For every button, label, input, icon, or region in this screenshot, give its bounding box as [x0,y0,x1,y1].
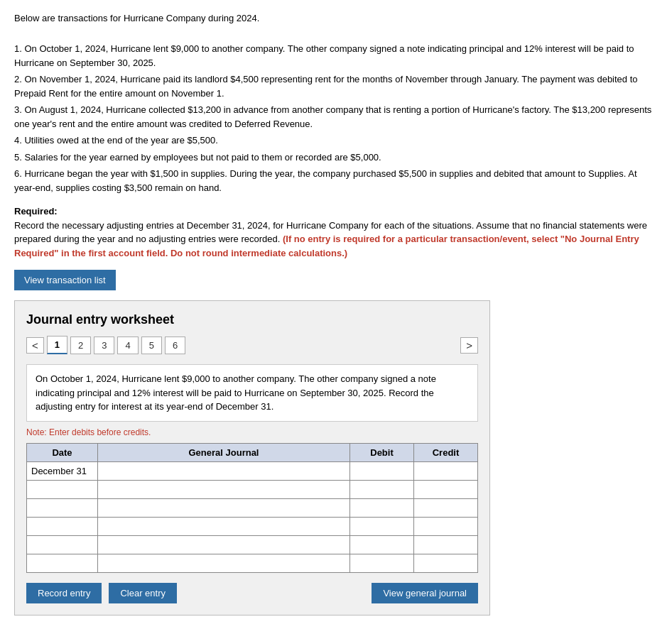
tab-2[interactable]: 2 [70,337,91,354]
action-buttons: Record entry Clear entry View general jo… [26,583,478,603]
intro-section: Below are transactions for Hurricane Com… [14,11,658,195]
intro-item-4: 4. Utilities owed at the end of the year… [14,133,658,148]
credit-input-6[interactable] [414,554,477,572]
credit-input-1[interactable] [414,462,477,480]
credit-cell-6[interactable] [414,554,478,572]
date-cell-2 [27,480,98,498]
credit-input-5[interactable] [414,536,477,554]
intro-header: Below are transactions for Hurricane Com… [14,11,658,26]
credit-cell-3[interactable] [414,498,478,517]
clear-entry-button[interactable]: Clear entry [109,583,177,603]
journal-cell-6[interactable] [98,554,350,572]
record-entry-button[interactable]: Record entry [26,583,102,603]
credit-cell-1[interactable] [414,461,478,480]
debit-input-2[interactable] [350,481,413,498]
table-row [27,554,478,572]
debit-cell-2[interactable] [350,480,414,498]
table-row [27,480,478,498]
journal-input-3[interactable] [98,499,349,517]
date-cell-1: December 31 [27,461,98,480]
journal-cell-3[interactable] [98,498,350,517]
journal-input-4[interactable] [98,518,349,535]
debit-cell-6[interactable] [350,554,414,572]
journal-input-1[interactable] [98,462,349,480]
worksheet-title: Journal entry worksheet [26,312,478,327]
date-cell-4 [27,517,98,535]
table-row [27,498,478,517]
tab-1[interactable]: 1 [47,336,67,354]
debit-cell-5[interactable] [350,535,414,554]
debit-cell-1[interactable] [350,461,414,480]
credit-input-4[interactable] [414,518,477,535]
journal-input-2[interactable] [98,481,349,498]
col-header-debit: Debit [350,443,414,461]
journal-worksheet: Journal entry worksheet < 1 2 3 4 5 6 > … [14,300,490,616]
intro-item-6: 6. Hurricane began the year with $1,500 … [14,167,658,195]
credit-cell-5[interactable] [414,535,478,554]
credit-cell-2[interactable] [414,480,478,498]
col-header-date: Date [27,443,98,461]
debit-input-4[interactable] [350,518,413,535]
journal-input-6[interactable] [98,554,349,572]
journal-cell-4[interactable] [98,517,350,535]
journal-cell-2[interactable] [98,480,350,498]
debit-cell-3[interactable] [350,498,414,517]
table-row [27,517,478,535]
journal-cell-1[interactable] [98,461,350,480]
date-cell-6 [27,554,98,572]
date-cell-3 [27,498,98,517]
col-header-credit: Credit [414,443,478,461]
date-cell-5 [27,535,98,554]
tab-navigation: < 1 2 3 4 5 6 > [26,336,478,354]
journal-table: Date General Journal Debit Credit Decemb… [26,443,478,573]
view-transaction-button[interactable]: View transaction list [14,270,116,290]
journal-cell-5[interactable] [98,535,350,554]
intro-item-3: 3. On August 1, 2024, Hurricane collecte… [14,103,658,131]
credit-input-2[interactable] [414,481,477,498]
intro-item-5: 5. Salaries for the year earned by emplo… [14,151,658,165]
journal-input-5[interactable] [98,536,349,554]
debit-input-1[interactable] [350,462,413,480]
required-label: Required: [14,204,658,219]
debit-cell-4[interactable] [350,517,414,535]
scenario-description: On October 1, 2024, Hurricane lent $9,00… [26,364,478,422]
tab-5[interactable]: 5 [141,337,162,354]
debit-input-6[interactable] [350,554,413,572]
tab-4[interactable]: 4 [117,337,138,354]
col-header-journal: General Journal [98,443,350,461]
debit-input-3[interactable] [350,499,413,517]
tab-6[interactable]: 6 [165,337,185,354]
note-text: Note: Enter debits before credits. [26,427,478,437]
view-general-journal-button[interactable]: View general journal [372,583,478,603]
credit-input-3[interactable] [414,499,477,517]
intro-item-1: 1. On October 1, 2024, Hurricane lent $9… [14,42,658,70]
tab-3[interactable]: 3 [94,337,114,354]
scenario-text: On October 1, 2024, Hurricane lent $9,00… [36,373,436,412]
required-section: Required: Record the necessary adjusting… [14,204,658,260]
credit-cell-4[interactable] [414,517,478,535]
tab-prev-button[interactable]: < [26,337,44,354]
tab-next-button[interactable]: > [460,337,478,354]
debit-input-5[interactable] [350,536,413,554]
table-row: December 31 [27,461,478,480]
table-row [27,535,478,554]
intro-item-2: 2. On November 1, 2024, Hurricane paid i… [14,72,658,100]
